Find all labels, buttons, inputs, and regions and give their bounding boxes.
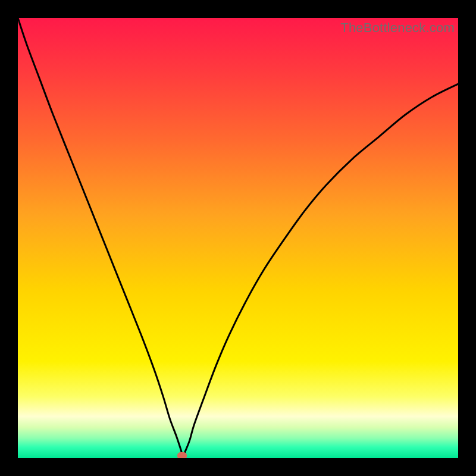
chart-frame: TheBottleneck.com: [0, 0, 476, 476]
plot-area: TheBottleneck.com: [18, 18, 458, 458]
bottleneck-curve: [18, 18, 458, 458]
minimum-marker: [177, 452, 187, 458]
